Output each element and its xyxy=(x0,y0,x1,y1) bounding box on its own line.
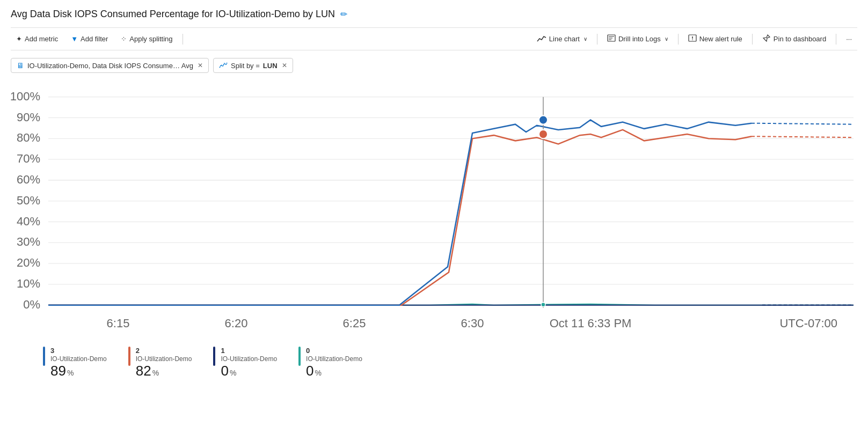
pin-to-dashboard-button[interactable]: Pin to dashboard xyxy=(757,31,831,47)
svg-point-42 xyxy=(541,303,545,307)
legend-row: 3 IO-Utilization-Demo 89 % 2 IO-Utilizat… xyxy=(11,338,857,379)
svg-text:80%: 80% xyxy=(17,131,40,144)
svg-text:40%: 40% xyxy=(17,214,40,227)
svg-text:90%: 90% xyxy=(17,110,40,123)
svg-text:Oct 11 6:33 PM: Oct 11 6:33 PM xyxy=(550,316,632,329)
line-chart-button[interactable]: Line chart ∨ xyxy=(531,32,593,46)
legend-name-0: IO-Utilization-Demo xyxy=(306,355,362,363)
split-pill-icon xyxy=(219,61,228,70)
svg-text:6:15: 6:15 xyxy=(107,316,130,329)
legend-name-1: IO-Utilization-Demo xyxy=(221,355,277,363)
apply-splitting-button[interactable]: ⁘ Apply splitting xyxy=(115,32,178,46)
toolbar-right: Line chart ∨ Drill into Logs ∨ New alert… xyxy=(531,31,857,47)
new-alert-rule-button[interactable]: New alert rule xyxy=(683,31,748,47)
apply-splitting-icon: ⁘ xyxy=(121,35,127,43)
drill-into-logs-button[interactable]: Drill into Logs ∨ xyxy=(602,32,674,46)
title-row: Avg Data Disk IOPS Consumed Percentage f… xyxy=(11,9,857,20)
add-metric-label: Add metric xyxy=(25,35,58,43)
legend-name-2: IO-Utilization-Demo xyxy=(136,355,192,363)
toolbar-divider-2 xyxy=(597,34,597,45)
svg-point-41 xyxy=(539,130,548,138)
legend-value-2: 82 xyxy=(136,363,151,379)
svg-point-40 xyxy=(539,115,548,124)
metric-pill-close[interactable]: ✕ xyxy=(198,62,203,69)
metric-filter-pill[interactable]: 🖥 IO-Utilization-Demo, Data Disk IOPS Co… xyxy=(11,58,209,73)
line-chart-label: Line chart xyxy=(549,35,580,43)
svg-text:6:30: 6:30 xyxy=(461,316,484,329)
toolbar-divider-3 xyxy=(678,34,679,45)
legend-pct-0: % xyxy=(315,369,322,377)
legend-bar-2 xyxy=(128,347,130,366)
new-alert-rule-label: New alert rule xyxy=(699,35,742,43)
more-options-button[interactable]: ··· xyxy=(841,32,857,46)
svg-text:50%: 50% xyxy=(17,194,40,207)
svg-text:UTC-07:00: UTC-07:00 xyxy=(779,316,837,329)
split-pill-prefix: Split by = xyxy=(231,62,260,70)
svg-line-38 xyxy=(752,123,854,124)
filters-row: 🖥 IO-Utilization-Demo, Data Disk IOPS Co… xyxy=(11,58,857,73)
legend-bar-3 xyxy=(43,347,45,366)
legend-num-3: 3 xyxy=(50,347,107,355)
metric-pill-text: IO-Utilization-Demo, Data Disk IOPS Cons… xyxy=(27,62,193,70)
svg-text:20%: 20% xyxy=(17,256,40,269)
add-metric-button[interactable]: ✦ Add metric xyxy=(11,32,63,46)
svg-text:100%: 100% xyxy=(11,90,40,103)
chart-area: .grid-line { stroke: #e5e5e5; stroke-wid… xyxy=(11,80,857,338)
legend-num-0: 0 xyxy=(306,347,362,355)
add-filter-button[interactable]: ▼ Add filter xyxy=(65,32,113,46)
add-filter-label: Add filter xyxy=(81,35,108,43)
add-filter-icon: ▼ xyxy=(71,35,78,43)
toolbar: ✦ Add metric ▼ Add filter ⁘ Apply splitt… xyxy=(11,27,857,50)
pin-to-dashboard-label: Pin to dashboard xyxy=(774,35,826,43)
alert-icon xyxy=(688,34,697,44)
split-pill-close[interactable]: ✕ xyxy=(282,62,287,69)
metric-pill-icon: 🖥 xyxy=(17,61,24,70)
svg-text:10%: 10% xyxy=(17,277,40,290)
svg-text:6:25: 6:25 xyxy=(343,316,366,329)
legend-bar-1 xyxy=(213,347,215,366)
split-pill-value: LUN xyxy=(263,62,278,70)
drill-logs-icon xyxy=(607,34,616,43)
svg-text:30%: 30% xyxy=(17,235,40,248)
apply-splitting-label: Apply splitting xyxy=(129,35,172,43)
line-chart-chevron: ∨ xyxy=(583,36,587,42)
legend-bar-0 xyxy=(298,347,301,366)
legend-value-3: 89 xyxy=(50,363,66,379)
legend-num-1: 1 xyxy=(221,347,277,355)
chart-svg: .grid-line { stroke: #e5e5e5; stroke-wid… xyxy=(11,80,857,338)
drill-logs-chevron: ∨ xyxy=(665,36,668,42)
legend-pct-3: % xyxy=(67,369,74,377)
more-icon: ··· xyxy=(846,35,852,43)
svg-text:6:20: 6:20 xyxy=(225,316,248,329)
svg-line-37 xyxy=(752,136,854,137)
pin-icon xyxy=(762,34,771,44)
legend-value-0: 0 xyxy=(306,363,313,379)
svg-text:60%: 60% xyxy=(17,173,40,186)
edit-title-icon[interactable]: ✏ xyxy=(340,9,347,19)
legend-pct-1: % xyxy=(230,369,236,377)
svg-text:0%: 0% xyxy=(23,298,40,311)
legend-name-3: IO-Utilization-Demo xyxy=(50,355,107,363)
legend-item-2: 2 IO-Utilization-Demo 82 % xyxy=(128,347,192,379)
toolbar-divider-1 xyxy=(183,34,183,45)
legend-num-2: 2 xyxy=(136,347,192,355)
add-metric-icon: ✦ xyxy=(16,35,22,43)
line-chart-icon xyxy=(537,34,546,43)
toolbar-divider-5 xyxy=(836,34,836,45)
split-filter-pill[interactable]: Split by = LUN ✕ xyxy=(213,58,293,73)
legend-value-1: 0 xyxy=(221,363,228,379)
toolbar-divider-4 xyxy=(752,34,753,45)
svg-point-6 xyxy=(692,39,693,40)
page-title: Avg Data Disk IOPS Consumed Percentage f… xyxy=(11,9,335,20)
svg-text:70%: 70% xyxy=(17,152,40,165)
drill-into-logs-label: Drill into Logs xyxy=(618,35,661,43)
legend-item-0: 0 IO-Utilization-Demo 0 % xyxy=(298,347,362,379)
legend-pct-2: % xyxy=(152,369,159,377)
legend-item-3: 3 IO-Utilization-Demo 89 % xyxy=(43,347,107,379)
legend-item-1: 1 IO-Utilization-Demo 0 % xyxy=(213,347,277,379)
